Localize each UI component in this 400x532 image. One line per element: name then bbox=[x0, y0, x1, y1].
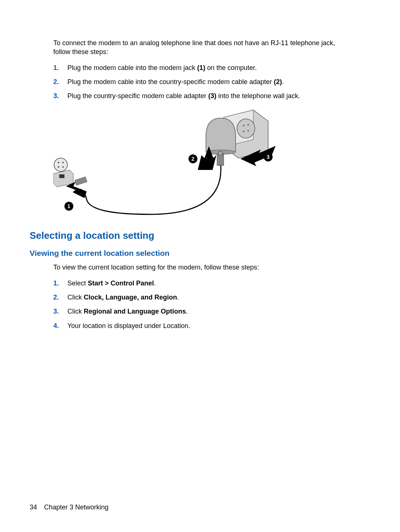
content-area-2: To view the current location setting for… bbox=[53, 263, 348, 330]
svg-point-3 bbox=[243, 125, 244, 126]
svg-rect-10 bbox=[217, 154, 224, 165]
step-text-post: . bbox=[154, 280, 156, 287]
callout-3: 3 bbox=[267, 154, 270, 160]
callout-1: 1 bbox=[67, 203, 70, 209]
list-item: Click Regional and Language Options. bbox=[53, 307, 348, 316]
step-text-post: . bbox=[186, 308, 188, 315]
step-text-pre: Click bbox=[67, 294, 84, 301]
list-item: Plug the modem cable into the modem jack… bbox=[53, 63, 348, 72]
list-item: Your location is displayed under Locatio… bbox=[53, 321, 348, 330]
list-item: Plug the modem cable into the country-sp… bbox=[53, 77, 348, 86]
svg-point-18 bbox=[62, 166, 64, 168]
step-text-bold: Regional and Language Options bbox=[84, 308, 186, 315]
svg-point-15 bbox=[58, 162, 59, 163]
intro-paragraph: To connect the modem to an analog teleph… bbox=[53, 39, 348, 57]
svg-point-6 bbox=[247, 130, 249, 131]
step-text-pre: Your location is displayed under Locatio… bbox=[67, 322, 190, 329]
step-text-bold: Clock, Language, and Region bbox=[84, 294, 177, 301]
svg-point-17 bbox=[58, 166, 59, 168]
step-text-post: on the computer. bbox=[205, 64, 257, 71]
step-text-bold: (1) bbox=[197, 64, 205, 71]
step-text-pre: Plug the country-specific modem cable ad… bbox=[67, 92, 208, 100]
svg-point-5 bbox=[243, 131, 244, 132]
step-text-bold: Start > Control Panel bbox=[88, 280, 154, 287]
list-item: Select Start > Control Panel. bbox=[53, 279, 348, 288]
step-text-pre: Plug the modem cable into the modem jack bbox=[67, 64, 197, 71]
list-item: Click Clock, Language, and Region. bbox=[53, 293, 348, 302]
list-item: Plug the country-specific modem cable ad… bbox=[53, 91, 348, 100]
svg-point-2 bbox=[237, 119, 255, 138]
page-footer: 34 Chapter 3 Networking bbox=[30, 503, 109, 511]
intro-paragraph-2: To view the current location setting for… bbox=[53, 263, 348, 272]
page: To connect the modem to an analog teleph… bbox=[0, 0, 400, 532]
step-text-post: into the telephone wall jack. bbox=[216, 92, 300, 100]
step-text-post: . bbox=[177, 294, 179, 301]
step-text-pre: Plug the modem cable into the country-sp… bbox=[67, 78, 274, 86]
modem-adapter-diagram: 3 2 bbox=[53, 107, 276, 220]
svg-rect-21 bbox=[75, 177, 87, 185]
svg-rect-20 bbox=[59, 174, 64, 178]
step-text-bold: (2) bbox=[274, 78, 282, 86]
svg-rect-11 bbox=[219, 151, 222, 155]
steps-list-2: Select Start > Control Panel. Click Cloc… bbox=[53, 279, 348, 330]
chapter-title: Chapter 3 Networking bbox=[44, 503, 109, 511]
heading-selecting-location: Selecting a location setting bbox=[30, 230, 370, 241]
svg-point-14 bbox=[54, 158, 67, 171]
page-number: 34 bbox=[30, 503, 37, 511]
svg-point-16 bbox=[62, 162, 64, 163]
step-text-pre: Select bbox=[67, 280, 88, 287]
step-text-post: . bbox=[282, 78, 284, 86]
content-area: To connect the modem to an analog teleph… bbox=[53, 39, 348, 220]
steps-list-1: Plug the modem cable into the modem jack… bbox=[53, 63, 348, 101]
step-text-pre: Click bbox=[67, 308, 84, 315]
heading-viewing-location: Viewing the current location selection bbox=[30, 249, 370, 258]
svg-point-4 bbox=[247, 124, 249, 126]
step-text-bold: (3) bbox=[208, 92, 216, 100]
callout-2: 2 bbox=[191, 156, 194, 162]
